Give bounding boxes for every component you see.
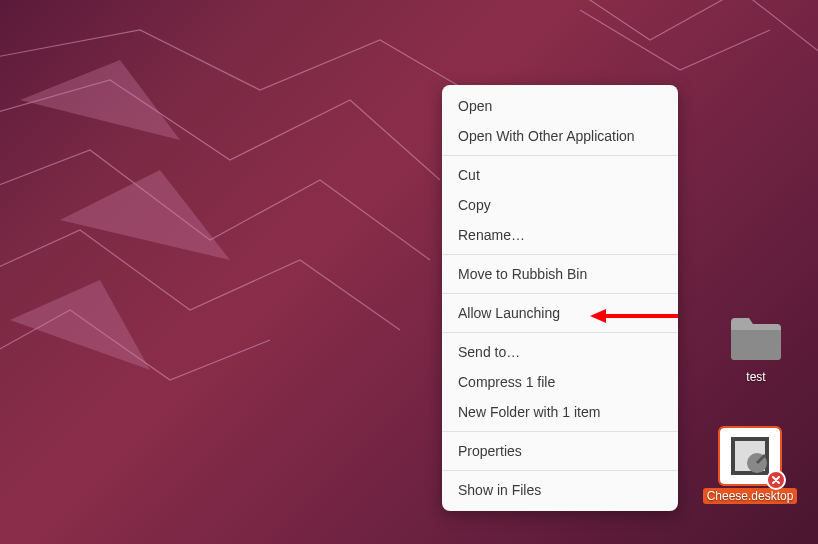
menu-separator (442, 254, 678, 255)
menu-item-send-to[interactable]: Send to… (442, 337, 678, 367)
desktop-folder-test[interactable]: test (720, 310, 792, 384)
menu-item-rename[interactable]: Rename… (442, 220, 678, 250)
folder-icon (726, 310, 786, 366)
context-menu: Open Open With Other Application Cut Cop… (442, 85, 678, 511)
document-icon (720, 428, 780, 484)
menu-separator (442, 155, 678, 156)
menu-item-copy[interactable]: Copy (442, 190, 678, 220)
desktop-file-cheese[interactable]: Cheese.desktop (700, 428, 800, 504)
menu-item-allow-launching[interactable]: Allow Launching (442, 298, 678, 328)
menu-separator (442, 293, 678, 294)
menu-separator (442, 332, 678, 333)
svg-marker-1 (60, 170, 230, 260)
menu-item-cut[interactable]: Cut (442, 160, 678, 190)
menu-item-new-folder-with-item[interactable]: New Folder with 1 item (442, 397, 678, 427)
menu-item-open-with[interactable]: Open With Other Application (442, 121, 678, 151)
error-badge-icon (766, 470, 786, 490)
svg-marker-0 (20, 60, 180, 140)
menu-item-open[interactable]: Open (442, 91, 678, 121)
menu-item-compress[interactable]: Compress 1 file (442, 367, 678, 397)
menu-item-show-in-files[interactable]: Show in Files (442, 475, 678, 505)
menu-separator (442, 470, 678, 471)
wallpaper (0, 0, 818, 544)
menu-item-properties[interactable]: Properties (442, 436, 678, 466)
menu-separator (442, 431, 678, 432)
file-label: Cheese.desktop (703, 488, 798, 504)
svg-marker-2 (10, 280, 150, 370)
folder-label: test (744, 370, 767, 384)
menu-item-move-to-rubbish[interactable]: Move to Rubbish Bin (442, 259, 678, 289)
